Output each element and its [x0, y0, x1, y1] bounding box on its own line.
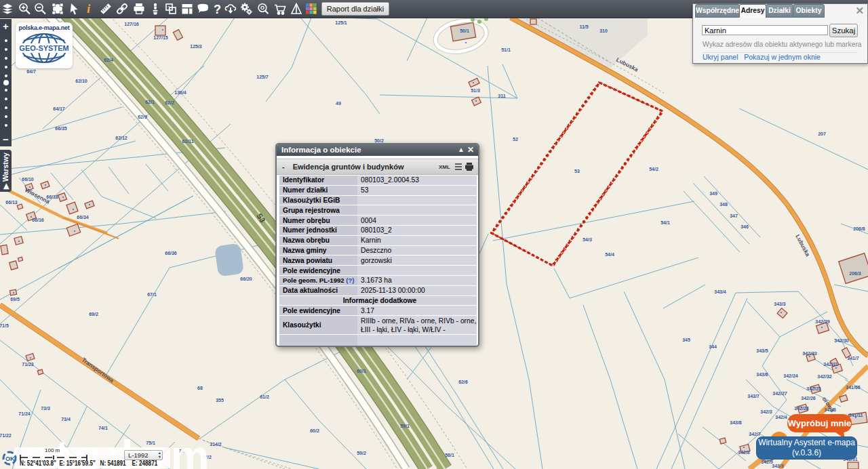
svg-text:206/8: 206/8 [853, 226, 865, 231]
svg-text:59/2: 59/2 [357, 451, 366, 455]
svg-text:66/35: 66/35 [55, 126, 67, 131]
svg-text:125/1: 125/1 [335, 20, 347, 25]
svg-text:345: 345 [682, 338, 690, 342]
svg-text:51/3: 51/3 [471, 88, 480, 93]
svg-text:58/1: 58/1 [445, 453, 454, 457]
svg-text:341/7: 341/7 [847, 356, 859, 361]
svg-text:346: 346 [741, 224, 749, 229]
svg-text:62/4: 62/4 [104, 58, 113, 62]
svg-text:343/8: 343/8 [730, 420, 742, 425]
svg-text:60/2: 60/2 [310, 428, 319, 433]
svg-text:50/2: 50/2 [374, 138, 384, 143]
svg-text:343/7: 343/7 [747, 394, 760, 399]
svg-text:54/4: 54/4 [605, 252, 614, 257]
svg-text:62/9: 62/9 [138, 115, 147, 119]
svg-text:343/3: 343/3 [774, 302, 786, 306]
svg-text:342/26: 342/26 [801, 396, 816, 401]
svg-text:342/32: 342/32 [817, 374, 832, 379]
svg-text:342/29: 342/29 [815, 319, 830, 324]
svg-text:62/2: 62/2 [165, 100, 174, 105]
svg-text:?: ? [167, 5, 170, 10]
svg-text:344: 344 [709, 344, 717, 349]
svg-text:206/3: 206/3 [849, 271, 861, 276]
svg-text:71/24: 71/24 [18, 411, 31, 416]
svg-text:53: 53 [574, 169, 580, 174]
svg-text:342/8: 342/8 [738, 450, 750, 455]
svg-text:342/27: 342/27 [772, 391, 787, 396]
svg-text:52: 52 [513, 137, 518, 142]
svg-text:67/1: 67/1 [147, 292, 157, 297]
svg-text:71/5: 71/5 [0, 323, 9, 328]
svg-text:342/25: 342/25 [806, 386, 821, 391]
svg-text:61/2: 61/2 [260, 394, 269, 399]
svg-text:355: 355 [216, 398, 224, 403]
svg-text:66/16: 66/16 [32, 218, 44, 222]
svg-text:125/7: 125/7 [256, 75, 269, 79]
svg-text:54/1: 54/1 [660, 220, 670, 225]
svg-text:62/12: 62/12 [115, 136, 127, 140]
svg-text:71/23: 71/23 [22, 362, 34, 367]
svg-text:343/3: 343/3 [772, 464, 784, 468]
svg-text:11/5: 11/5 [579, 24, 588, 29]
svg-text:GEO-SYSTEM: GEO-SYSTEM [20, 44, 68, 52]
svg-text:59/1: 59/1 [400, 424, 410, 428]
svg-text:51/1: 51/1 [501, 47, 511, 52]
svg-text:125/3: 125/3 [190, 44, 202, 49]
svg-text:341/66: 341/66 [846, 385, 861, 390]
svg-text:68: 68 [197, 386, 203, 390]
svg-text:62/10: 62/10 [75, 79, 87, 83]
svg-text:i: i [87, 1, 91, 16]
svg-text:310: 310 [599, 28, 608, 33]
svg-text:71/22: 71/22 [0, 433, 12, 438]
svg-text:341/11: 341/11 [848, 413, 863, 417]
svg-text:?: ? [214, 3, 221, 16]
svg-text:66/36: 66/36 [165, 251, 177, 256]
svg-text:343/4: 343/4 [714, 289, 726, 294]
svg-text:54/2: 54/2 [649, 167, 658, 171]
svg-text:342/33: 342/33 [802, 351, 817, 356]
svg-text:311: 311 [498, 94, 505, 98]
svg-text:66/34: 66/34 [77, 215, 89, 220]
svg-text:66/13: 66/13 [5, 200, 18, 205]
svg-text:343/5: 343/5 [756, 348, 768, 353]
svg-text:64/7: 64/7 [26, 69, 36, 74]
svg-text:73/3: 73/3 [41, 406, 50, 411]
svg-text:49: 49 [336, 101, 341, 106]
svg-text:62/11: 62/11 [182, 139, 193, 144]
svg-text:342/4: 342/4 [775, 415, 787, 420]
svg-text:60/1: 60/1 [357, 369, 366, 373]
svg-text:62/1: 62/1 [145, 100, 155, 104]
svg-text:62/6: 62/6 [458, 380, 468, 384]
svg-text:73/4: 73/4 [61, 417, 71, 422]
svg-text:50/1: 50/1 [460, 28, 469, 33]
svg-text:342/7: 342/7 [749, 432, 761, 436]
svg-text:54/3: 54/3 [583, 237, 592, 242]
svg-text:OK: OK [5, 455, 15, 462]
svg-text:342/9: 342/9 [761, 460, 773, 464]
svg-text:348: 348 [719, 202, 728, 207]
svg-text:342/31: 342/31 [823, 362, 838, 367]
svg-text:342/28: 342/28 [794, 406, 809, 411]
svg-text:207: 207 [818, 131, 826, 136]
svg-text:69/2: 69/2 [89, 312, 98, 317]
svg-text:349: 349 [709, 191, 717, 196]
svg-text:XML: XML [439, 164, 450, 170]
svg-text:342/24: 342/24 [783, 373, 798, 378]
svg-text:127/16: 127/16 [124, 22, 139, 26]
svg-text:343/6: 343/6 [756, 372, 768, 377]
svg-text:74/1: 74/1 [98, 426, 108, 430]
svg-text:347: 347 [730, 213, 738, 218]
svg-text:127/15: 127/15 [153, 35, 168, 40]
svg-text:342/30: 342/30 [834, 338, 849, 343]
svg-text:69/5: 69/5 [10, 297, 20, 302]
svg-text:342/3: 342/3 [760, 409, 772, 414]
svg-text:66/10: 66/10 [22, 177, 34, 182]
svg-text:66/20: 66/20 [240, 277, 252, 281]
svg-text:136/4: 136/4 [174, 90, 186, 95]
svg-text:64/17: 64/17 [53, 106, 65, 111]
